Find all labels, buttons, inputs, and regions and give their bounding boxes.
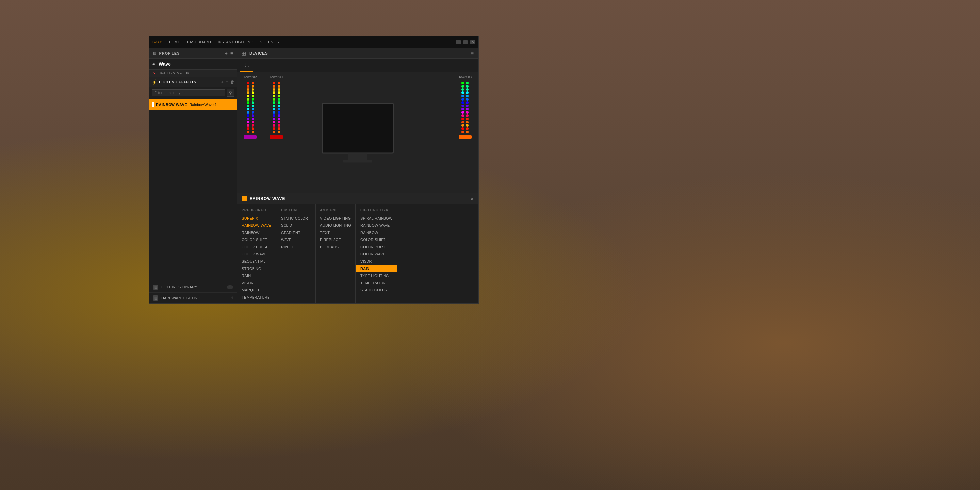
item-temperature[interactable]: TEMPERATURE: [237, 294, 276, 301]
library-count: 1: [227, 285, 233, 290]
monitor-stand: [348, 154, 368, 160]
nav-instant-lighting[interactable]: INSTANT LIGHTING: [218, 40, 253, 44]
led: [461, 108, 464, 110]
item-rain[interactable]: RAIN: [237, 272, 276, 279]
nav-dashboard[interactable]: DASHBOARD: [187, 40, 211, 44]
close-button[interactable]: ✕: [470, 40, 475, 45]
led: [247, 95, 249, 97]
lightings-library-item[interactable]: ▤ LIGHTINGS LIBRARY 1: [149, 282, 237, 293]
item-visor[interactable]: VISOR: [237, 279, 276, 286]
devices-menu-button[interactable]: ≡: [471, 51, 474, 56]
effect-instance-label: Rainbow Wave 1: [189, 103, 216, 107]
lighting-setup-icon: ✕: [153, 72, 156, 75]
nav-home[interactable]: HOME: [169, 40, 180, 44]
sidebar: ▤ PROFILES + ≡ ◎ Wave ✕ LIGHTING SETUP ⚡…: [149, 48, 237, 304]
effects-delete-icon[interactable]: 🗑: [230, 80, 234, 84]
led: [247, 91, 249, 94]
item-static-color[interactable]: STATIC COLOR: [276, 215, 315, 222]
led: [251, 82, 254, 84]
item-video-lighting[interactable]: VIDEO LIGHTING: [315, 215, 355, 222]
item-wave[interactable]: WAVE: [276, 236, 315, 243]
led: [247, 108, 249, 110]
item-color-shift[interactable]: COLOR SHIFT: [237, 236, 276, 243]
item-ripple[interactable]: RIPPLE: [276, 243, 315, 251]
led: [251, 95, 254, 97]
item-audio-lighting[interactable]: AUDIO LIGHTING: [315, 222, 355, 229]
led: [247, 85, 249, 88]
nav-settings[interactable]: SETTINGS: [260, 40, 279, 44]
effect-panel: RAINBOW WAVE ∧ PREDEFINED SUPER X RAINBO…: [237, 193, 478, 304]
lighting-link-header: LIGHTING LINK: [356, 207, 397, 215]
profiles-add-button[interactable]: +: [225, 51, 228, 56]
predefined-column: PREDEFINED SUPER X RAINBOW WAVE RAINBOW …: [237, 205, 276, 304]
item-sequential[interactable]: SEQUENTIAL: [237, 258, 276, 265]
link-item-color-shift[interactable]: COLOR SHIFT: [356, 236, 397, 243]
led: [278, 101, 280, 104]
tower-2-group: Tower #2: [244, 75, 257, 138]
hardware-info-icon[interactable]: ℹ: [231, 296, 233, 300]
item-fireplace[interactable]: FIREPLACE: [315, 236, 355, 243]
main-area: ▦ DEVICES ≡ ⎍ Tower #2: [237, 48, 478, 304]
link-item-color-pulse[interactable]: COLOR PULSE: [356, 243, 397, 251]
search-button[interactable]: ⚲: [227, 89, 234, 97]
profile-row[interactable]: ◎ Wave: [149, 59, 237, 70]
link-item-visor[interactable]: VISOR: [356, 258, 397, 265]
item-color-wave[interactable]: COLOR WAVE: [237, 251, 276, 258]
profiles-menu-button[interactable]: ≡: [230, 51, 233, 56]
link-item-spiral-rainbow[interactable]: SPIRAL RAINBOW: [356, 215, 397, 222]
title-bar: iCUE HOME DASHBOARD INSTANT LIGHTING SET…: [149, 36, 478, 48]
device-tab-active[interactable]: ⎍: [240, 59, 253, 72]
item-marquee[interactable]: MARQUEE: [237, 286, 276, 294]
tower-2-led-left: [246, 80, 250, 135]
led: [247, 88, 249, 91]
filter-bar: ⚲: [149, 87, 237, 99]
link-item-static-color[interactable]: STATIC COLOR: [356, 286, 397, 294]
filter-input[interactable]: [151, 89, 225, 96]
led: [278, 85, 280, 88]
monitor-screen: [322, 103, 394, 154]
hardware-icon: ▤: [153, 295, 158, 301]
item-solid[interactable]: SOLID: [276, 222, 315, 229]
led: [278, 115, 280, 117]
led: [466, 127, 469, 130]
link-item-temperature[interactable]: TEMPERATURE: [356, 279, 397, 286]
led: [251, 101, 254, 104]
led: [461, 101, 464, 104]
link-item-rainbow-wave[interactable]: RAINBOW WAVE: [356, 222, 397, 229]
led: [461, 95, 464, 97]
link-item-color-wave[interactable]: COLOR WAVE: [356, 251, 397, 258]
item-super-x[interactable]: SUPER X: [237, 215, 276, 222]
led: [278, 105, 280, 107]
led: [273, 101, 275, 104]
item-borealis[interactable]: BOREALIS: [315, 243, 355, 251]
effect-row[interactable]: RAINBOW WAVE Rainbow Wave 1: [149, 99, 237, 110]
effect-color-swatch: [242, 196, 247, 201]
effects-menu-button[interactable]: ≡: [226, 80, 228, 84]
tower-2-base: [244, 135, 257, 138]
led: [251, 115, 254, 117]
effects-add-button[interactable]: +: [221, 80, 224, 84]
item-text[interactable]: TEXT: [315, 229, 355, 236]
led: [466, 105, 469, 107]
minimize-button[interactable]: −: [456, 40, 461, 45]
maximize-button[interactable]: □: [463, 40, 468, 45]
effect-color-indicator: [152, 102, 154, 108]
link-item-type-lighting[interactable]: TYPE LIGHTING: [356, 272, 397, 279]
profile-name: Wave: [159, 61, 170, 67]
item-rainbow-wave[interactable]: RAINBOW WAVE: [237, 222, 276, 229]
window-controls: − □ ✕: [456, 40, 475, 45]
led: [466, 98, 469, 100]
item-color-pulse[interactable]: COLOR PULSE: [237, 243, 276, 251]
led: [251, 88, 254, 91]
dropdown-chevron-icon[interactable]: ∧: [470, 196, 474, 201]
item-strobing[interactable]: STROBING: [237, 265, 276, 272]
led: [461, 121, 464, 124]
hardware-lighting-item[interactable]: ▤ HARDWARE LIGHTING ℹ: [149, 293, 237, 304]
link-item-rainbow[interactable]: RAINBOW: [356, 229, 397, 236]
led: [278, 127, 280, 130]
item-gradient[interactable]: GRADIENT: [276, 229, 315, 236]
link-item-rain[interactable]: RAIN: [356, 265, 397, 272]
item-rainbow[interactable]: RAINBOW: [237, 229, 276, 236]
tower-1-led-left: [272, 80, 276, 135]
led: [461, 111, 464, 114]
